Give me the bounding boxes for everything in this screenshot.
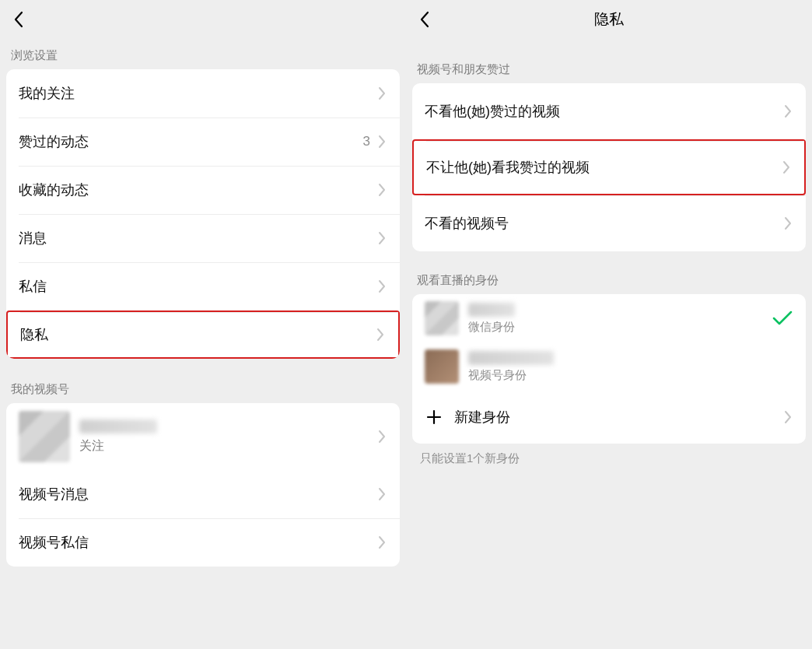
row-label: 视频号私信 (19, 533, 376, 552)
chevron-right-icon (375, 325, 386, 344)
page-title: 隐私 (406, 9, 812, 30)
identity-sub: 视频号身份 (468, 368, 793, 383)
row-not-let-see-my-likes[interactable]: 不让他(她)看我赞过的视频 (412, 139, 806, 195)
row-messages[interactable]: 消息 (6, 214, 400, 262)
browse-settings-card: 我的关注 赞过的动态 3 收藏的动态 消息 私信 隐私 (6, 69, 400, 359)
identity-channel[interactable]: 视频号身份 (412, 342, 806, 391)
identity-info: 微信身份 (468, 303, 772, 335)
my-channel-card: 关注 视频号消息 视频号私信 (6, 403, 400, 567)
section-live-identity: 观看直播的身份 (406, 264, 812, 294)
chevron-right-icon (376, 84, 387, 103)
row-label: 隐私 (20, 325, 375, 344)
row-blocked-channels[interactable]: 不看的视频号 (412, 195, 806, 251)
row-label: 不看的视频号 (425, 214, 782, 233)
row-liked-feed[interactable]: 赞过的动态 3 (6, 118, 400, 166)
back-icon[interactable] (11, 12, 26, 27)
header-left (0, 0, 406, 39)
row-not-see-their-likes[interactable]: 不看他(她)赞过的视频 (412, 83, 806, 139)
row-label: 赞过的动态 (19, 132, 363, 151)
row-label: 我的关注 (19, 84, 376, 103)
section-my-channel: 我的视频号 (0, 373, 406, 403)
chevron-right-icon (376, 229, 387, 247)
blurred-name (468, 303, 515, 317)
chevron-right-icon (782, 102, 793, 121)
chevron-right-icon (376, 427, 387, 446)
chevron-right-icon (782, 408, 793, 426)
row-new-identity[interactable]: 新建身份 (412, 391, 806, 444)
row-label: 新建身份 (454, 408, 782, 426)
blurred-name (468, 351, 554, 365)
blurred-name (79, 419, 157, 433)
row-favorites[interactable]: 收藏的动态 (6, 166, 400, 214)
row-channel-dm[interactable]: 视频号私信 (6, 518, 400, 567)
row-label: 不让他(她)看我赞过的视频 (426, 158, 781, 177)
back-icon[interactable] (417, 12, 432, 27)
video-likes-card: 不看他(她)赞过的视频 不让他(她)看我赞过的视频 不看的视频号 (412, 83, 806, 251)
row-value: 3 (363, 134, 370, 149)
check-icon (772, 307, 793, 329)
chevron-right-icon (376, 132, 387, 151)
chevron-right-icon (376, 181, 387, 199)
avatar (19, 411, 70, 462)
row-label: 视频号消息 (19, 485, 376, 503)
identity-card: 微信身份 视频号身份 新建身份 (412, 294, 806, 444)
identity-sub: 微信身份 (468, 320, 772, 335)
row-label: 消息 (19, 229, 376, 247)
row-privacy[interactable]: 隐私 (6, 310, 400, 359)
chevron-right-icon (781, 158, 792, 177)
avatar (425, 301, 459, 335)
profile-sub: 关注 (79, 438, 376, 454)
identity-wechat[interactable]: 微信身份 (412, 294, 806, 342)
row-label: 收藏的动态 (19, 181, 376, 199)
profile-texts: 关注 (79, 419, 376, 454)
row-channel-messages[interactable]: 视频号消息 (6, 470, 400, 518)
row-my-follow[interactable]: 我的关注 (6, 69, 400, 118)
row-direct-messages[interactable]: 私信 (6, 262, 400, 310)
chevron-right-icon (782, 214, 793, 233)
chevron-right-icon (376, 485, 387, 503)
chevron-right-icon (376, 533, 387, 552)
footer-note: 只能设置1个新身份 (406, 444, 812, 474)
row-label: 私信 (19, 277, 376, 296)
row-label: 不看他(她)赞过的视频 (425, 102, 782, 121)
plus-icon (425, 408, 443, 426)
avatar (425, 349, 459, 384)
section-browse-settings: 浏览设置 (0, 39, 406, 69)
privacy-screen: 隐私 视频号和朋友赞过 不看他(她)赞过的视频 不让他(她)看我赞过的视频 不看… (406, 0, 812, 649)
section-video-likes: 视频号和朋友赞过 (406, 39, 812, 83)
header-right: 隐私 (406, 0, 812, 39)
settings-screen: 浏览设置 我的关注 赞过的动态 3 收藏的动态 消息 私信 隐私 我的视频号 (0, 0, 406, 649)
row-channel-profile[interactable]: 关注 (6, 403, 400, 470)
identity-info: 视频号身份 (468, 351, 793, 383)
chevron-right-icon (376, 277, 387, 296)
